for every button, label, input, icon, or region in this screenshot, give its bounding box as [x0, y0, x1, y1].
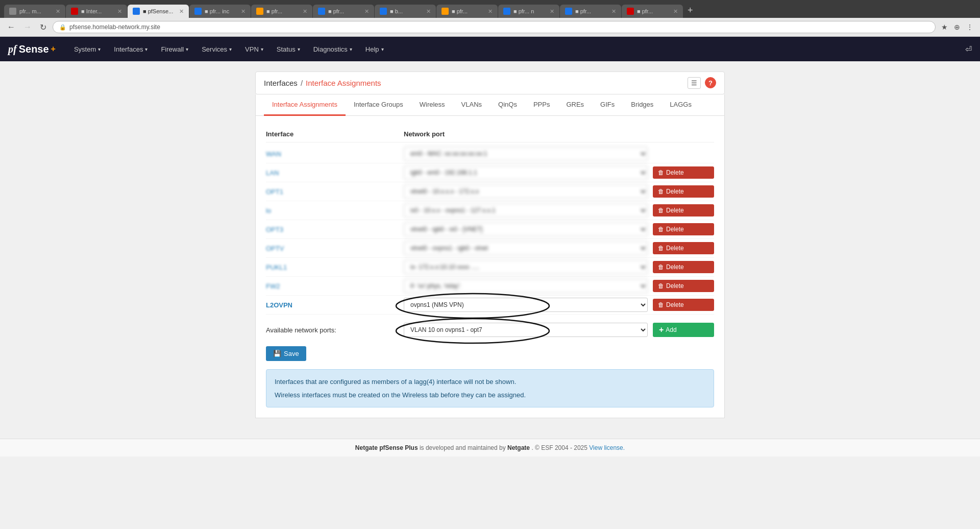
delete-button-fw2[interactable]: 🗑 Delete: [653, 280, 714, 292]
delete-button-lo[interactable]: 🗑 Delete: [653, 204, 714, 217]
tab-close-11[interactable]: ✕: [673, 8, 678, 15]
logo-pf: pf: [8, 43, 17, 55]
col-network-port-header: Network port: [404, 130, 648, 138]
table-row: lo ix0 - 10.x.x - ovpns1 - 127.x.x.1 🗑 D…: [266, 201, 714, 220]
nav-vpn[interactable]: VPN ▾: [239, 41, 270, 57]
port-select-container-opt3: vtnet0 - igb0 - ix0 - [VNET]: [404, 222, 648, 236]
tab-close-5[interactable]: ✕: [303, 8, 307, 15]
vpn-dropdown-arrow: ▾: [261, 46, 263, 52]
footer-license-link[interactable]: View license.: [589, 444, 625, 451]
port-select-opt1[interactable]: vtnet0 - 10.x.x.x - 172.x.x: [404, 184, 648, 199]
delete-button-pukl1[interactable]: 🗑 Delete: [653, 261, 714, 273]
port-select-fw2[interactable]: if- 'xx':phys, 'relay':: [404, 279, 648, 293]
tab-close-6[interactable]: ✕: [364, 8, 369, 15]
tab-gifs[interactable]: GIFs: [592, 94, 623, 116]
back-button[interactable]: ←: [5, 21, 17, 33]
delete-button-lan[interactable]: 🗑 Delete: [653, 166, 714, 179]
nav-system[interactable]: System ▾: [68, 41, 107, 57]
tab-close-8[interactable]: ✕: [488, 8, 493, 15]
interface-name-pukl1: PUKL1: [266, 263, 399, 271]
browser-tab-3[interactable]: ■ pfSense... ✕: [128, 5, 189, 18]
port-select-container-lo: ix0 - 10.x.x - ovpns1 - 127.x.x.1: [404, 203, 648, 218]
tab-close-10[interactable]: ✕: [611, 8, 616, 15]
tab-close-2[interactable]: ✕: [117, 8, 122, 15]
port-select-pukl1[interactable]: ix- 172.x.x:10.10 xxxx .....: [404, 260, 648, 274]
add-button[interactable]: + Add: [653, 323, 714, 337]
browser-tab-6[interactable]: ■ pfr... ✕: [313, 5, 374, 18]
nav-help[interactable]: Help ▾: [359, 41, 390, 57]
tab-close-3[interactable]: ✕: [179, 8, 184, 15]
browser-tab-5[interactable]: ■ pfr... ✕: [251, 5, 312, 18]
trash-icon: 🗑: [658, 188, 664, 195]
tab-close-1[interactable]: ✕: [56, 8, 60, 15]
menu-button[interactable]: ⋮: [965, 21, 975, 33]
breadcrumb-actions: ☰ ?: [688, 77, 716, 89]
tab-bridges[interactable]: Bridges: [623, 94, 662, 116]
browser-tab-1[interactable]: pfr... m... ✕: [4, 5, 65, 18]
tab-qinqs[interactable]: QinQs: [490, 94, 525, 116]
tab-vlans[interactable]: VLANs: [453, 94, 490, 116]
tab-interface-groups[interactable]: Interface Groups: [346, 94, 411, 116]
nav-services[interactable]: Services ▾: [195, 41, 238, 57]
port-select-opt3[interactable]: vtnet0 - igb0 - ix0 - [VNET]: [404, 222, 648, 236]
trash-icon: 🗑: [658, 226, 664, 233]
list-view-button[interactable]: ☰: [688, 77, 701, 89]
status-dropdown-arrow: ▾: [298, 46, 300, 52]
extensions-button[interactable]: ⊕: [952, 21, 962, 33]
tab-gres[interactable]: GREs: [558, 94, 592, 116]
browser-tab-2[interactable]: ■ Inter... ✕: [66, 5, 127, 18]
help-button[interactable]: ?: [705, 77, 716, 88]
logout-button[interactable]: ⏎: [965, 44, 972, 54]
browser-tab-8[interactable]: ■ pfr... ✕: [436, 5, 498, 18]
tab-close-7[interactable]: ✕: [426, 8, 431, 15]
footer: Netgate pfSense Plus is developed and ma…: [0, 439, 980, 456]
browser-tab-4[interactable]: ■ pfr... inc ✕: [189, 5, 251, 18]
port-select-container-fw2: if- 'xx':phys, 'relay':: [404, 279, 648, 293]
footer-text1: is developed and maintained by: [420, 444, 507, 451]
delete-button-opt3[interactable]: 🗑 Delete: [653, 223, 714, 235]
main-panel: Interface Network port WAN em0 - MAC: xx…: [255, 116, 725, 418]
address-bar[interactable]: 🔒 pfsense.homelab-network.my.site: [53, 21, 936, 33]
browser-tab-9[interactable]: ■ pfr... n ✕: [498, 5, 559, 18]
table-row: WAN em0 - MAC: xx:xx:xx:xx:xx:1: [266, 145, 714, 163]
tab-favicon-1: [9, 8, 16, 15]
nav-diagnostics[interactable]: Diagnostics ▾: [307, 41, 358, 57]
browser-tab-11[interactable]: ■ pfr... ✕: [622, 5, 683, 18]
available-port-select[interactable]: VLAN 10 on ovpns1 - opt7: [404, 323, 648, 337]
delete-button-optv[interactable]: 🗑 Delete: [653, 242, 714, 254]
save-button[interactable]: 💾 Save: [266, 346, 306, 361]
col-interface-header: Interface: [266, 130, 399, 138]
breadcrumb-parent: Interfaces: [264, 79, 298, 87]
tab-interface-assignments[interactable]: Interface Assignments: [264, 94, 346, 116]
reload-button[interactable]: ↻: [38, 21, 48, 33]
tab-ppps[interactable]: PPPs: [525, 94, 558, 116]
tab-favicon-7: [380, 8, 387, 15]
trash-icon: 🗑: [658, 169, 664, 176]
tab-close-4[interactable]: ✕: [241, 8, 246, 15]
port-select-container-optv: vtnet0 - ovpns1 - igb0 - vtnet: [404, 241, 648, 255]
tab-wireless[interactable]: Wireless: [411, 94, 453, 116]
nav-interfaces[interactable]: Interfaces ▾: [108, 41, 154, 57]
port-select-lo[interactable]: ix0 - 10.x.x - ovpns1 - 127.x.x.1: [404, 203, 648, 218]
port-select-lan[interactable]: igb0 - em0 - 192.168.1.1: [404, 165, 648, 180]
browser-tab-10[interactable]: ■ pfr... ✕: [560, 5, 621, 18]
interface-name-wan: WAN: [266, 150, 399, 158]
pfsense-logo: pfSense +: [8, 43, 56, 55]
port-select-l2ovpn[interactable]: ovpns1 (NMS VPN): [404, 298, 648, 312]
port-select-optv[interactable]: vtnet0 - ovpns1 - igb0 - vtnet: [404, 241, 648, 255]
content-area: Interfaces / Interface Assignments ☰ ? I…: [245, 61, 735, 428]
tab-close-9[interactable]: ✕: [550, 8, 554, 15]
nav-status[interactable]: Status ▾: [271, 41, 306, 57]
table-row: OPTV vtnet0 - ovpns1 - igb0 - vtnet 🗑 De…: [266, 239, 714, 258]
forward-button[interactable]: →: [21, 21, 34, 33]
nav-firewall[interactable]: Firewall ▾: [155, 41, 194, 57]
port-select-wan[interactable]: em0 - MAC: xx:xx:xx:xx:xx:1: [404, 147, 648, 161]
delete-button-l2ovpn[interactable]: 🗑 Delete: [653, 299, 714, 311]
info-message-2: Wireless interfaces must be created on t…: [275, 390, 705, 400]
new-tab-button[interactable]: +: [683, 3, 697, 18]
bookmark-button[interactable]: ★: [940, 21, 949, 33]
interface-name-lan: LAN: [266, 169, 399, 177]
browser-tab-7[interactable]: ■ b... ✕: [375, 5, 436, 18]
delete-button-opt1[interactable]: 🗑 Delete: [653, 185, 714, 198]
tab-laggs[interactable]: LAGGs: [662, 94, 700, 116]
